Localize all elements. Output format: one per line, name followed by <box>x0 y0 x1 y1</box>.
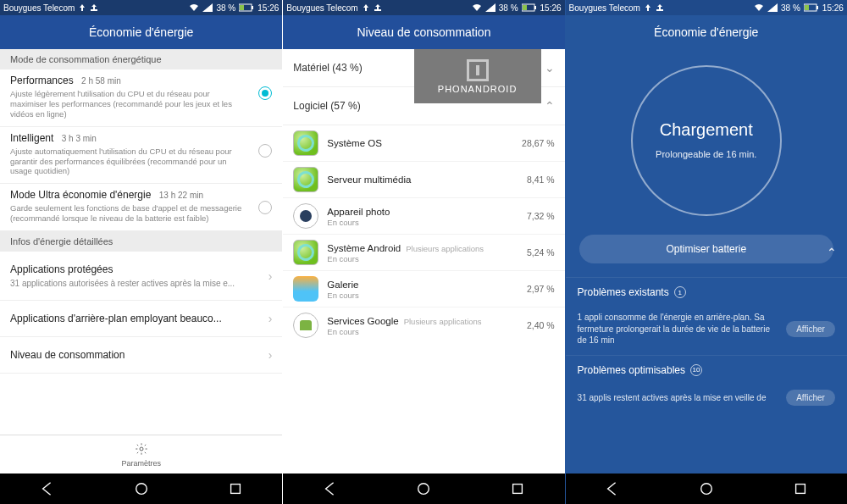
app-row[interactable]: Galerie En cours 2,97 % <box>283 270 564 307</box>
phonandroid-watermark: PHONANDROID <box>414 49 541 103</box>
svg-rect-6 <box>230 485 240 494</box>
radio-unselected[interactable] <box>258 144 272 158</box>
app-row[interactable]: Système AndroidPlusieurs applications En… <box>283 234 564 270</box>
app-pct: 2,97 % <box>527 284 555 294</box>
back-button[interactable] <box>323 481 338 496</box>
gallery-icon <box>293 276 318 302</box>
nav-bar <box>566 474 847 504</box>
status-bar: Bouygues Telecom 38 % 15:26 <box>0 0 282 15</box>
mode-intelligent[interactable]: Intelligent 3 h 3 min Ajuste automatique… <box>0 127 282 185</box>
mode-desc: Ajuste légèrement l'utilisation du CPU e… <box>10 89 272 119</box>
svg-point-11 <box>418 484 429 495</box>
mode-time: 13 h 22 min <box>159 191 203 200</box>
clock: 15:26 <box>540 3 562 13</box>
home-button[interactable] <box>134 481 149 496</box>
battery-pct: 38 % <box>499 3 518 13</box>
status-bar: Bouygues Telecom 38 % 15:26 <box>566 0 847 15</box>
back-button[interactable] <box>40 481 55 496</box>
chevron-down-icon: ⌄ <box>545 61 555 75</box>
clock: 15:26 <box>257 3 279 13</box>
svg-rect-15 <box>805 5 809 10</box>
camera-icon <box>293 203 318 229</box>
settings-tab[interactable]: Paramètres <box>0 435 282 474</box>
battery-icon <box>804 3 819 12</box>
mode-title: Intelligent <box>10 132 53 144</box>
app-row[interactable]: Système OS 28,67 % <box>283 125 564 161</box>
app-pct: 7,32 % <box>527 211 555 221</box>
app-pct: 5,24 % <box>527 247 555 258</box>
app-pct: 2,40 % <box>527 320 555 330</box>
svg-rect-16 <box>817 6 818 9</box>
carrier-label: Bouygues Telecom <box>569 3 640 13</box>
svg-rect-7 <box>374 9 381 11</box>
home-button[interactable] <box>416 481 431 496</box>
mode-title: Performances <box>10 75 74 86</box>
carrier-label: Bouygues Telecom <box>3 3 75 13</box>
recent-button[interactable] <box>510 481 525 496</box>
phonandroid-logo-icon <box>467 59 489 81</box>
share-icon <box>90 3 98 12</box>
battery-pct: 38 % <box>781 3 800 13</box>
upload-icon <box>78 3 86 12</box>
existing-problems-expander[interactable]: Problèmes existants 1 ⌃ <box>566 277 847 307</box>
page-title: Niveau de consommation <box>283 15 564 49</box>
expanders: Matériel (43 %) ⌄ Logiciel (57 %) ⌃ PHON… <box>283 49 564 125</box>
svg-point-4 <box>140 447 143 451</box>
svg-point-5 <box>136 484 147 495</box>
chevron-right-icon: › <box>268 312 273 325</box>
signal-icon <box>767 3 778 12</box>
app-pct: 8,41 % <box>527 174 555 185</box>
home-button[interactable] <box>699 481 714 496</box>
nav-background-apps[interactable]: Applications d'arrière-plan employant be… <box>0 301 282 337</box>
svg-rect-13 <box>656 9 663 11</box>
svg-rect-9 <box>523 5 527 10</box>
share-icon <box>656 3 664 12</box>
svg-point-17 <box>700 484 711 495</box>
svg-rect-10 <box>534 6 536 9</box>
mode-ultra[interactable]: Mode Ultra économie d'énergie 13 h 22 mi… <box>0 184 282 231</box>
upload-icon <box>362 3 370 12</box>
carrier-label: Bouygues Telecom <box>286 3 357 13</box>
share-icon <box>374 3 382 12</box>
chevron-right-icon: › <box>268 269 273 283</box>
battery-icon <box>522 3 537 12</box>
svg-rect-3 <box>252 6 253 9</box>
mode-time: 3 h 3 min <box>62 134 97 143</box>
charging-circle: Chargement Prolongeable de 16 min. <box>566 49 847 231</box>
upload-icon <box>644 3 652 12</box>
show-button[interactable]: Afficher <box>786 321 835 338</box>
battery-pct: 38 % <box>216 3 235 13</box>
clock: 15:26 <box>822 3 844 13</box>
app-row[interactable]: Serveur multimédia 8,41 % <box>283 161 564 197</box>
count-badge: 10 <box>690 364 702 376</box>
nav-protected-apps[interactable]: Applications protégées 31 applications a… <box>0 252 282 301</box>
mode-desc: Ajuste automatiquement l'utilisation du … <box>10 147 272 177</box>
mode-performances[interactable]: Performances 2 h 58 min Ajuste légèremen… <box>0 69 282 127</box>
show-button[interactable]: Afficher <box>786 390 835 407</box>
page-title: Économie d'énergie <box>566 15 847 49</box>
app-row[interactable]: Services GooglePlusieurs applications En… <box>283 307 564 343</box>
nav-bar <box>283 474 564 504</box>
svg-rect-18 <box>795 485 805 494</box>
optimize-battery-button[interactable]: Optimiser batterie <box>579 235 833 263</box>
settings-label: Paramètres <box>121 459 161 468</box>
screen-power-saving: Bouygues Telecom 38 % 15:26 Économie d'é… <box>0 0 282 504</box>
mode-desc: Garde seulement les fonctions de base d'… <box>10 203 272 224</box>
recent-button[interactable] <box>228 481 243 496</box>
optimizable-problem-note: 31 applis restent actives après la mise … <box>566 385 847 415</box>
nav-bar <box>0 474 282 504</box>
nav-consumption-level[interactable]: Niveau de consommation › <box>0 337 282 374</box>
optimizable-problems-expander[interactable]: Problèmes optimisables 10 ⌃ <box>566 355 847 385</box>
section-mode-label: Mode de consommation énergétique <box>0 49 282 69</box>
chevron-up-icon: ⌃ <box>545 99 555 113</box>
screen-battery-optimize: Bouygues Telecom 38 % 15:26 Économie d'é… <box>565 0 847 504</box>
wifi-icon <box>472 3 482 12</box>
battery-icon <box>239 3 254 12</box>
page-title: Économie d'énergie <box>0 15 282 49</box>
app-pct: 28,67 % <box>522 138 555 148</box>
app-row[interactable]: Appareil photo En cours 7,32 % <box>283 197 564 234</box>
back-button[interactable] <box>605 481 620 496</box>
chevron-up-icon: ⌃ <box>827 246 837 259</box>
svg-rect-2 <box>240 5 244 10</box>
recent-button[interactable] <box>793 481 808 496</box>
